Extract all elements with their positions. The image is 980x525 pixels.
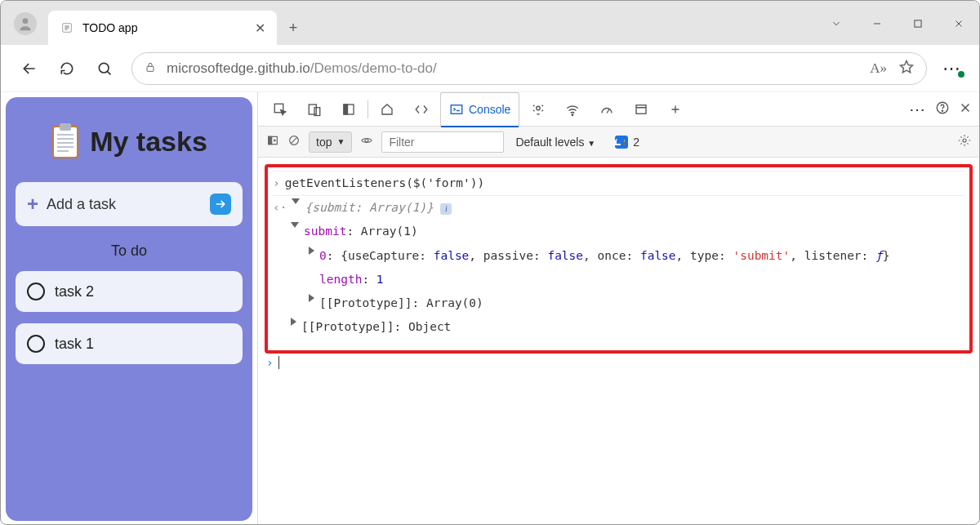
levels-dropdown[interactable]: Default levels ▼	[515, 136, 595, 149]
tab-close-icon[interactable]: ✕	[255, 20, 265, 36]
lock-icon	[144, 60, 157, 77]
toggle-sidebar-icon[interactable]	[266, 134, 279, 150]
elements-tab-icon[interactable]	[406, 92, 437, 127]
svg-rect-36	[269, 136, 272, 144]
section-label: To do	[16, 242, 243, 260]
help-icon[interactable]	[935, 100, 950, 118]
context-selector[interactable]: top▼	[309, 131, 352, 153]
svg-rect-3	[915, 20, 921, 27]
console-output-line: submit: Array(1)	[273, 220, 964, 243]
refresh-button[interactable]	[50, 51, 84, 86]
filter-input[interactable]	[381, 131, 504, 153]
svg-point-24	[537, 106, 541, 110]
inspect-element-icon[interactable]	[265, 92, 296, 127]
address-bar[interactable]: microsoftedge.github.io/Demos/demo-to-do…	[131, 52, 927, 85]
url-text: microsoftedge.github.io/Demos/demo-to-do…	[167, 60, 437, 77]
tab-title: TODO app	[82, 21, 247, 34]
devtools-tabbar: Console ⋯	[258, 92, 979, 127]
devtools-panel: Console ⋯ top▼ Default levels ▼	[257, 92, 979, 525]
console-toolbar: top▼ Default levels ▼ 2	[258, 127, 979, 158]
tab-favicon-icon	[60, 20, 74, 35]
svg-rect-10	[53, 127, 78, 158]
add-task-input[interactable]: + Add a task	[16, 182, 243, 226]
application-tab-icon[interactable]	[626, 92, 657, 127]
svg-line-26	[607, 109, 609, 113]
console-output-line: [[Prototype]]: Array(0)	[273, 291, 964, 315]
live-expression-icon[interactable]	[360, 134, 373, 150]
console-prompt[interactable]: ›	[265, 354, 973, 372]
svg-rect-27	[636, 105, 646, 113]
performance-tab-icon[interactable]	[591, 92, 622, 127]
todo-app-title: My tasks	[90, 126, 207, 158]
task-item[interactable]: task 1	[16, 323, 243, 364]
svg-rect-9	[147, 66, 154, 71]
task-item[interactable]: task 2	[16, 271, 243, 312]
network-tab-icon[interactable]	[557, 92, 588, 127]
profile-avatar[interactable]	[14, 12, 37, 35]
svg-rect-11	[60, 123, 71, 131]
more-tabs-icon[interactable]	[660, 92, 691, 127]
new-tab-button[interactable]: +	[277, 11, 310, 45]
browser-titlebar: TODO app ✕ +	[1, 1, 979, 45]
issues-counter[interactable]: 2	[615, 136, 639, 149]
svg-rect-40	[624, 139, 626, 142]
sources-tab-icon[interactable]	[523, 92, 554, 127]
task-circle-icon[interactable]	[27, 283, 45, 300]
svg-rect-23	[451, 105, 462, 114]
svg-rect-19	[309, 105, 316, 114]
console-output-line: [[Prototype]]: Object	[273, 315, 964, 339]
browser-toolbar: microsoftedge.github.io/Demos/demo-to-do…	[1, 45, 979, 92]
task-label: task 1	[55, 336, 94, 353]
svg-point-7	[99, 63, 109, 73]
dropdown-icon[interactable]	[816, 18, 857, 29]
svg-point-32	[942, 110, 942, 111]
maximize-button[interactable]	[898, 18, 938, 29]
more-menu-button[interactable]: ⋯	[937, 58, 968, 79]
plus-icon: +	[27, 193, 38, 216]
svg-point-25	[572, 114, 574, 116]
issue-icon	[615, 136, 628, 149]
console-output-line: 0: {useCapture: false, passive: false, o…	[273, 244, 964, 268]
svg-point-42	[963, 139, 966, 142]
task-circle-icon[interactable]	[27, 335, 45, 353]
clear-console-icon[interactable]	[287, 134, 301, 150]
todo-app-panel: My tasks + Add a task To do task 2 task …	[6, 97, 252, 521]
welcome-tab-icon[interactable]	[372, 92, 403, 127]
svg-line-38	[292, 137, 297, 143]
svg-rect-41	[624, 144, 626, 145]
svg-point-0	[23, 18, 29, 24]
device-toggle-icon[interactable]	[299, 92, 330, 127]
browser-tab[interactable]: TODO app ✕	[48, 11, 277, 45]
svg-line-8	[107, 71, 110, 74]
expand-toggle-icon[interactable]	[291, 318, 296, 326]
info-icon[interactable]: i	[440, 203, 452, 215]
favorite-icon[interactable]	[898, 59, 915, 78]
console-input-line: › getEventListeners($('form'))	[273, 171, 964, 196]
svg-rect-22	[344, 105, 348, 114]
minimize-button[interactable]	[857, 18, 898, 29]
clipboard-icon	[51, 123, 80, 159]
search-button[interactable]	[87, 51, 122, 86]
expand-toggle-icon[interactable]	[309, 294, 314, 302]
console-output-line: ‹· {submit: Array(1)} i	[273, 196, 964, 220]
expand-toggle-icon[interactable]	[292, 198, 300, 204]
task-label: task 2	[55, 283, 94, 300]
expand-toggle-icon[interactable]	[291, 222, 299, 228]
console-output-line: length: 1	[273, 268, 964, 291]
read-aloud-icon[interactable]: A»	[870, 60, 887, 77]
close-window-button[interactable]	[938, 18, 979, 29]
devtools-more-icon[interactable]: ⋯	[909, 100, 927, 119]
console-tab[interactable]: Console	[440, 92, 519, 127]
expand-toggle-icon[interactable]	[309, 247, 314, 255]
svg-point-39	[365, 139, 368, 142]
dock-side-icon[interactable]	[333, 92, 364, 127]
close-devtools-icon[interactable]	[958, 100, 973, 118]
submit-task-button[interactable]	[210, 194, 231, 215]
highlighted-region: › getEventListeners($('form')) ‹· {submi…	[265, 164, 973, 354]
console-output[interactable]: › getEventListeners($('form')) ‹· {submi…	[258, 158, 979, 525]
add-task-label: Add a task	[47, 196, 116, 213]
back-button[interactable]	[12, 51, 47, 86]
console-settings-icon[interactable]	[958, 136, 971, 149]
